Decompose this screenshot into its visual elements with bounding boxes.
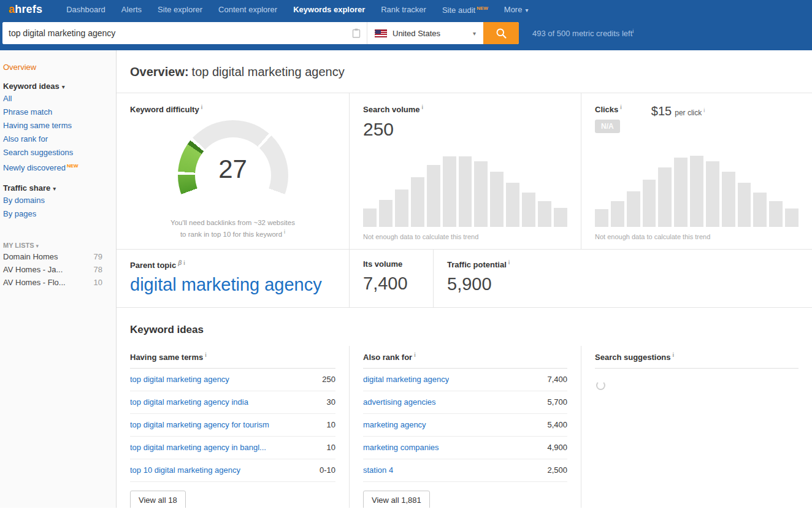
list-label: Domain Homes	[3, 252, 58, 261]
sidebar-item-newly-discovered[interactable]: Newly discoveredNEW	[3, 159, 116, 175]
sidebar-section-traffic-share[interactable]: Traffic share▾	[3, 182, 116, 194]
cpc-value: $15	[651, 104, 672, 118]
credits-left: 493 of 500 metric credits lefti	[532, 28, 634, 38]
note-line-1: You'll need backlinks from ~32 websites	[130, 218, 335, 228]
list-count: 10	[94, 278, 102, 287]
section-label: Traffic share	[3, 183, 50, 193]
info-icon[interactable]: i	[422, 104, 424, 110]
sidebar: Overview Keyword ideas▾ All Phrase match…	[0, 50, 117, 508]
nav-item-content-explorer[interactable]: Content explorer	[210, 0, 285, 19]
keyword-link[interactable]: top digital marketing agency	[130, 375, 229, 384]
table-row: digital marketing agency7,400	[363, 369, 567, 391]
loading-spinner-icon	[596, 381, 605, 390]
nav-menu: Dashboard Alerts Site explorer Content e…	[58, 0, 536, 20]
keyword-link[interactable]: top 10 digital marketing agency	[130, 465, 240, 475]
app-header: ahrefs Dashboard Alerts Site explorer Co…	[0, 0, 812, 50]
my-lists-header[interactable]: MY LISTS▾	[3, 240, 116, 250]
list-item-av-homes-ja[interactable]: AV Homes - Ja...78	[3, 263, 116, 276]
volume-label: Search volumei	[363, 104, 567, 114]
trend-bar	[427, 165, 440, 227]
keyword-link[interactable]: station 4	[363, 465, 393, 475]
info-icon[interactable]: i	[673, 352, 675, 358]
sidebar-section-keyword-ideas[interactable]: Keyword ideas▾	[3, 80, 116, 92]
its-volume-value: 7,400	[363, 274, 419, 294]
top-nav: ahrefs Dashboard Alerts Site explorer Co…	[0, 0, 812, 19]
volume-cell: 0-10	[320, 465, 335, 475]
view-all-button[interactable]: View all 1,881	[363, 491, 430, 508]
keyword-search-input[interactable]	[2, 22, 346, 44]
country-selector[interactable]: United States ▾	[367, 22, 483, 44]
info-icon[interactable]: i	[414, 352, 416, 358]
its-volume-label: Its volume	[363, 259, 419, 269]
info-icon[interactable]: i	[284, 229, 285, 235]
trend-bar	[595, 209, 608, 227]
keyword-link[interactable]: digital marketing agency	[363, 375, 449, 384]
nav-item-label: Site audit	[442, 6, 475, 15]
sidebar-item-search-suggestions[interactable]: Search suggestions	[3, 146, 116, 159]
nav-item-site-explorer[interactable]: Site explorer	[150, 0, 210, 19]
sidebar-item-by-domains[interactable]: By domains	[3, 194, 116, 207]
search-button[interactable]	[483, 22, 519, 44]
logo-rest: hrefs	[15, 3, 42, 15]
title-text: Also rank for	[363, 353, 412, 362]
info-icon[interactable]: i	[205, 352, 207, 358]
sidebar-item-also-rank-for[interactable]: Also rank for	[3, 132, 116, 146]
nav-item-more[interactable]: More▾	[496, 0, 537, 20]
list-count: 79	[94, 252, 102, 261]
nav-item-site-audit[interactable]: Site auditNEW	[434, 0, 496, 20]
list-item-av-homes-flo[interactable]: AV Homes - Flo...10	[3, 276, 116, 289]
info-icon[interactable]: i	[508, 259, 510, 266]
chevron-down-icon: ▾	[36, 243, 39, 249]
table-row: marketing agency5,400	[363, 414, 567, 437]
table-row: top 10 digital marketing agency0-10	[130, 459, 335, 482]
list-item-domain-homes[interactable]: Domain Homes79	[3, 250, 116, 263]
keyword-link[interactable]: top digital marketing agency for tourism	[130, 420, 269, 429]
difficulty-gauge: 27	[178, 120, 288, 199]
keyword-link[interactable]: top digital marketing agency india	[130, 397, 248, 407]
nav-item-alerts[interactable]: Alerts	[113, 0, 150, 19]
keyword-link[interactable]: advertising agencies	[363, 397, 436, 407]
sidebar-item-having-same-terms[interactable]: Having same terms	[3, 119, 116, 132]
info-icon[interactable]: i	[201, 104, 203, 110]
info-icon[interactable]: i	[632, 28, 634, 34]
paste-icon[interactable]	[346, 22, 367, 44]
sidebar-item-overview[interactable]: Overview	[3, 61, 116, 73]
column-title: Having same termsi	[130, 346, 335, 368]
trend-bar	[490, 172, 504, 227]
sidebar-item-all[interactable]: All	[3, 92, 116, 105]
nav-item-keywords-explorer[interactable]: Keywords explorer	[285, 0, 373, 19]
traffic-potential-label: Traffic potentiali	[447, 259, 799, 269]
info-icon[interactable]: i	[703, 107, 705, 113]
chevron-down-icon: ▾	[473, 30, 476, 37]
ki-column-having-same-terms: Having same termsi top digital marketing…	[117, 346, 350, 508]
column-title: Also rank fori	[363, 346, 567, 368]
nav-item-label: More	[504, 5, 523, 14]
trend-bar	[411, 177, 424, 227]
metrics-row: Keyword difficultyi 27 You'll need backl…	[117, 93, 812, 250]
volume-cell: 5,400	[547, 420, 567, 429]
metric-card-clicks: Clicksi N/A $15per clicki Not enough dat…	[581, 93, 812, 249]
nav-item-dashboard[interactable]: Dashboard	[58, 0, 113, 19]
info-icon[interactable]: i	[620, 104, 622, 110]
info-icon[interactable]: i	[183, 260, 185, 266]
label-text: Search volume	[363, 105, 420, 114]
sidebar-item-phrase-match[interactable]: Phrase match	[3, 105, 116, 119]
parent-topic-link[interactable]: digital marketing agency	[130, 275, 322, 295]
nav-item-rank-tracker[interactable]: Rank tracker	[373, 0, 434, 19]
list-label: AV Homes - Flo...	[3, 278, 66, 287]
volume-cell: 30	[327, 397, 335, 407]
trend-bar	[738, 183, 751, 227]
search-row: United States ▾ 493 of 500 metric credit…	[2, 22, 812, 44]
trend-bar	[538, 201, 551, 227]
keyword-link[interactable]: marketing agency	[363, 420, 426, 429]
keyword-link[interactable]: top digital marketing agency in bangl...	[130, 443, 266, 452]
trend-bar	[769, 201, 783, 227]
sidebar-item-by-pages[interactable]: By pages	[3, 207, 116, 221]
ahrefs-logo[interactable]: ahrefs	[9, 3, 42, 16]
view-all-button[interactable]: View all 18	[130, 491, 186, 508]
section-label: MY LISTS	[3, 242, 34, 249]
trend-bar	[363, 209, 377, 227]
keyword-link[interactable]: marketing companies	[363, 443, 439, 452]
na-badge: N/A	[595, 120, 620, 133]
keyword-ideas-heading: Keyword ideas	[117, 308, 812, 336]
